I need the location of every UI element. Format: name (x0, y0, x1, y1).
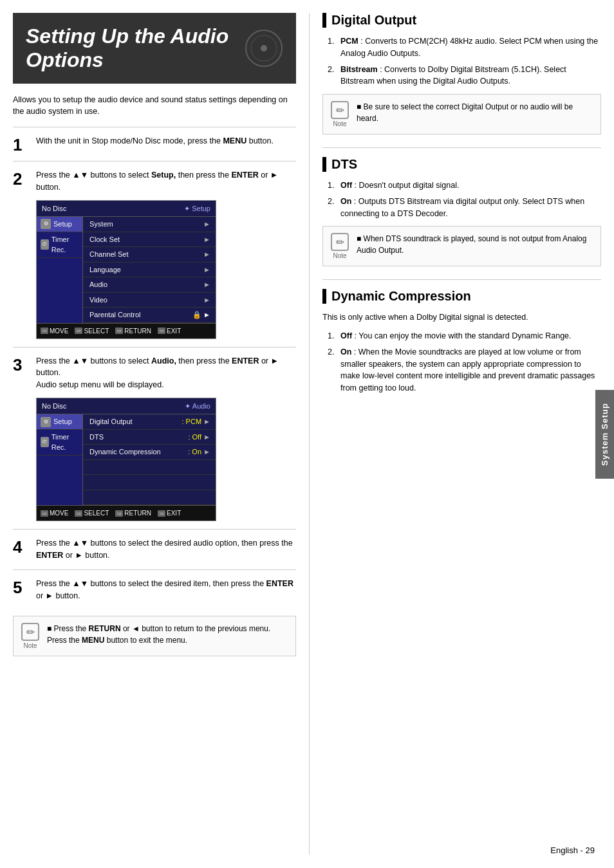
menu1-right: System► Clock Set► Channel Set► Language… (83, 217, 216, 323)
section-digital-output: Digital Output 1. PCM : Converts to PCM(… (322, 13, 601, 134)
item-num-1: 1. (328, 35, 337, 60)
step-2-number: 2 (13, 169, 28, 339)
step-5-number: 5 (13, 578, 28, 602)
menu1-footer-return: ▭ RETURN (115, 326, 151, 336)
menu1-timerrec-label: Timer Rec. (51, 234, 79, 255)
dts-heading: DTS (331, 157, 357, 172)
menu2-footer: ▭ MOVE ▭ SELECT ▭ RETURN ▭ (37, 505, 216, 521)
menu1-item-parental: Parental Control🔒 ► (83, 308, 216, 323)
exit-icon-2: ▭ (158, 510, 165, 517)
menu2-item-blank3 (83, 490, 216, 506)
menu2-header: No Disc ✦ Audio (37, 398, 216, 415)
section-dts: DTS 1. Off : Doesn't output digital sign… (322, 157, 601, 266)
menu1-item-audio: Audio► (83, 277, 216, 293)
menu1-header-right: ✦ Setup (184, 203, 210, 214)
menu1-header-left: No Disc (42, 203, 67, 214)
digital-output-title: Digital Output (322, 13, 601, 28)
step-5-content: Press the ▲▼ buttons to select the desir… (36, 578, 296, 602)
menu1-footer: ▭ MOVE ▭ SELECT ▭ RETURN ▭ (37, 323, 216, 338)
step-4: 4 Press the ▲▼ buttons to select the des… (13, 529, 296, 569)
menu1-footer-exit: ▭ EXIT (158, 326, 181, 336)
select-icon-2: ▭ (75, 510, 82, 517)
menu1-body: ⚙ Setup ⏱ Timer Rec. System► Clock Set► (37, 217, 216, 323)
note-dts: ✏ Note ■ When DTS soundtrack is played, … (322, 226, 601, 266)
dynamic-num-2: 2. (328, 346, 337, 394)
dts-body-1: Off : Doesn't output digital signal. (340, 180, 459, 192)
step-3-number: 3 (13, 355, 28, 522)
svg-point-2 (261, 45, 267, 51)
menu2-footer-move: ▭ MOVE (41, 508, 68, 518)
dynamic-list: 1. Off : You can enjoy the movie with th… (328, 330, 601, 394)
item-body-2: Bitstream : Converts to Dolby Digital Bi… (340, 64, 601, 88)
item-body-1: PCM : Converts to PCM(2CH) 48kHz audio. … (340, 35, 601, 60)
dts-item-2: 2. On : Outputs DTS Bitstream via digita… (328, 196, 601, 220)
divider-1 (322, 147, 601, 148)
menu2-header-right: ✦ Audio (185, 401, 210, 412)
note-bottom: ✏ Note ■ Press the RETURN or ◄ button to… (13, 616, 296, 656)
exit-icon: ▭ (158, 328, 165, 334)
select-icon: ▭ (75, 328, 82, 334)
step-1-number: 1 (13, 135, 28, 153)
return-icon-2: ▭ (115, 510, 123, 517)
section-bar-1 (322, 13, 326, 28)
menu1-setup: ⚙ Setup (37, 217, 82, 232)
menu2-setup-label: Setup (53, 416, 72, 427)
menu2-footer-select: ▭ SELECT (75, 508, 109, 518)
menu1-setup-label: Setup (53, 219, 72, 230)
menu1-header: No Disc ✦ Setup (37, 201, 216, 217)
menu2-item-digital: Digital Output : PCM ► (83, 414, 216, 430)
dts-body-2: On : Outputs DTS Bitstream via digital o… (340, 196, 601, 220)
menu2-right: Digital Output : PCM ► DTS : Off ► Dynam… (83, 414, 216, 505)
dts-num-1: 1. (328, 180, 337, 192)
move-icon-2: ▭ (41, 510, 48, 517)
timer-icon-2: ⏱ (41, 437, 49, 447)
digital-output-heading: Digital Output (331, 13, 416, 28)
step-4-content: Press the ▲▼ buttons to select the desir… (36, 537, 296, 562)
menu-screenshot-1: No Disc ✦ Setup ⚙ Setup ⏱ Timer Rec. (36, 200, 216, 339)
menu2-timerrec-label: Timer Rec. (51, 432, 79, 453)
menu2-footer-return: ▭ RETURN (115, 508, 151, 518)
system-setup-tab: System Setup (595, 390, 614, 479)
menu1-footer-move: ▭ MOVE (41, 326, 68, 336)
digital-output-item-1: 1. PCM : Converts to PCM(2CH) 48kHz audi… (328, 35, 601, 60)
step-4-number: 4 (13, 537, 28, 562)
note-label: Note (23, 642, 37, 649)
left-column: Setting Up the Audio Options Allows you … (13, 13, 309, 855)
dynamic-heading: Dynamic Compression (331, 289, 471, 304)
digital-output-list: 1. PCM : Converts to PCM(2CH) 48kHz audi… (328, 35, 601, 88)
dynamic-intro: This is only active when a Dolby Digital… (322, 311, 601, 324)
dynamic-num-1: 1. (328, 330, 337, 342)
menu2-body: ⚙ Setup ⏱ Timer Rec. Digital Output (37, 414, 216, 505)
menu2-item-blank1 (83, 460, 216, 476)
menu1-footer-select: ▭ SELECT (75, 326, 109, 336)
menu2-header-left: No Disc (42, 401, 67, 412)
note-digital-output: ✏ Note ■ Be sure to select the correct D… (322, 94, 601, 134)
right-column: Digital Output 1. PCM : Converts to PCM(… (309, 13, 601, 855)
section-bar-2 (322, 157, 326, 172)
menu2-setup: ⚙ Setup (37, 414, 82, 430)
menu1-item-video: Video► (83, 293, 216, 308)
step-1: 1 With the unit in Stop mode/No Disc mod… (13, 127, 296, 161)
timer-icon: ⏱ (41, 239, 49, 250)
note-label-3: Note (333, 252, 346, 259)
step-3-content: Press the ▲▼ buttons to select Audio, th… (36, 355, 296, 522)
section-dynamic: Dynamic Compression This is only active … (322, 289, 601, 394)
title-box: Setting Up the Audio Options (13, 13, 296, 84)
digital-output-item-2: 2. Bitstream : Converts to Dolby Digital… (328, 64, 601, 88)
menu1-item-channelset: Channel Set► (83, 247, 216, 263)
menu1-left: ⚙ Setup ⏱ Timer Rec. (37, 217, 83, 323)
menu1-item-clockset: Clock Set► (83, 232, 216, 248)
menu2-item-dts: DTS : Off ► (83, 430, 216, 445)
page-number: English - 29 (550, 845, 595, 855)
step-2-content: Press the ▲▼ buttons to select Setup, th… (36, 169, 296, 339)
menu2-left: ⚙ Setup ⏱ Timer Rec. (37, 414, 83, 505)
dynamic-title: Dynamic Compression (322, 289, 601, 304)
item-num-2: 2. (328, 64, 337, 88)
dynamic-item-2: 2. On : When the Movie soundtracks are p… (328, 346, 601, 394)
note-icon-col: ✏ Note (20, 623, 41, 649)
note-label-2: Note (333, 120, 346, 127)
note-icon-col-3: ✏ Note (330, 233, 350, 259)
step-1-content: With the unit in Stop mode/No Disc mode,… (36, 135, 296, 153)
move-icon: ▭ (41, 328, 48, 334)
setup-icon: ⚙ (41, 219, 51, 229)
